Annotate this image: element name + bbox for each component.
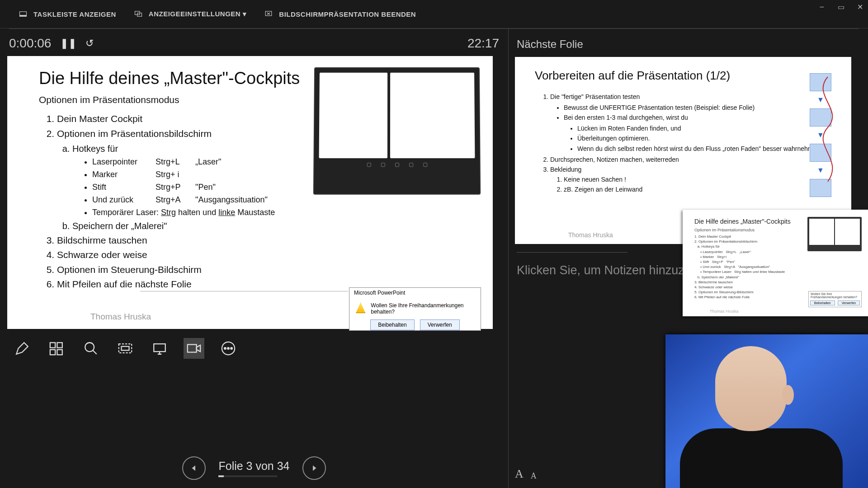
display-settings-icon xyxy=(134,10,142,18)
end-icon xyxy=(264,10,273,18)
hotkey-row: Temporärer Laser: Strg halten und linke … xyxy=(92,206,466,219)
next-item: Durchsprechen, Notizen machen, weiterred… xyxy=(550,155,831,164)
svg-rect-7 xyxy=(50,350,55,355)
dialog-message: Wollen Sie Ihre Freihandanmerkungen beha… xyxy=(371,302,474,315)
callout-line xyxy=(140,291,348,291)
next-subitem: Bei den ersten 1-3 mal durchgehen, wirst… xyxy=(564,113,831,153)
display-settings-label: ANZEIGEEINSTELLUNGEN ▾ xyxy=(149,10,247,18)
maximize-button[interactable]: ▭ xyxy=(836,3,845,11)
progress-bar[interactable] xyxy=(218,475,277,477)
font-decrease-button[interactable]: A xyxy=(531,471,537,481)
next-subitem: Keine neuen Sachen ! xyxy=(564,174,831,184)
svg-rect-1 xyxy=(20,15,27,16)
svg-point-15 xyxy=(224,347,226,349)
svg-point-9 xyxy=(85,343,94,352)
svg-point-16 xyxy=(227,347,229,349)
svg-rect-10 xyxy=(119,344,132,353)
inset-slide-thumb: Die Hilfe deines „Master"-Cockpits Optio… xyxy=(683,210,868,316)
inset-monitor xyxy=(807,217,862,251)
display-settings-button[interactable]: ANZEIGEEINSTELLUNGEN ▾ xyxy=(134,10,247,18)
camera-tool[interactable] xyxy=(184,338,204,359)
more-tool[interactable] xyxy=(218,338,239,359)
zoom-tool[interactable] xyxy=(80,338,101,359)
svg-point-17 xyxy=(231,347,232,349)
minimize-button[interactable]: – xyxy=(817,3,826,11)
subtitle-tool[interactable] xyxy=(115,338,136,359)
slide-subitem: Speichern der „Malerei" xyxy=(72,219,466,233)
next-item: Bekleidung Keine neuen Sachen ! zB. Zeig… xyxy=(550,164,831,194)
font-increase-button[interactable]: A xyxy=(515,467,524,481)
svg-rect-13 xyxy=(188,345,197,352)
slide-author: Thomas Hruska xyxy=(90,312,151,322)
monitor-image xyxy=(313,67,481,195)
hotkey-row: Und zurückStrg+A"Ausgangssituation" xyxy=(92,194,466,206)
svg-rect-8 xyxy=(57,350,62,355)
dialog-mock: Microsoft PowerPoint Wollen Sie Ihre Fre… xyxy=(349,287,481,331)
svg-rect-5 xyxy=(50,343,55,347)
pen-tool[interactable] xyxy=(12,338,33,359)
end-slideshow-button[interactable]: BILDSCHIRMPRÄSENTATION BEENDEN xyxy=(264,10,416,18)
slide-nav: Folie 3 von 34 xyxy=(0,456,508,480)
next-subitem: Lücken im Roten Fanden finden, und xyxy=(577,123,831,133)
prev-slide-button[interactable] xyxy=(182,456,206,480)
inset-keep: Beibehalten xyxy=(810,300,835,305)
close-button[interactable]: ✕ xyxy=(855,3,864,11)
next-subitem: zB. Zeigen an der Leinwand xyxy=(564,184,831,194)
flow-graphic: ▼ ▼ ▼ xyxy=(810,73,831,197)
next-author: Thomas Hruska xyxy=(568,231,613,239)
clock-time: 22:17 xyxy=(467,36,499,51)
slide-counter: Folie 3 von 34 xyxy=(218,460,289,473)
show-taskbar-button[interactable]: TASKLEISTE ANZEIGEN xyxy=(19,10,116,18)
warning-icon xyxy=(356,302,365,313)
taskbar-icon xyxy=(19,10,27,18)
divider xyxy=(517,252,627,253)
pause-button[interactable]: ❚❚ xyxy=(60,38,76,49)
dialog-discard-button: Verwerfen xyxy=(420,319,460,330)
reset-timer-button[interactable]: ↺ xyxy=(85,38,94,49)
svg-rect-11 xyxy=(122,347,129,351)
show-taskbar-label: TASKLEISTE ANZEIGEN xyxy=(33,10,116,18)
next-subitem: Wenn du dich selbst reden hörst wirst du… xyxy=(577,144,831,154)
next-subitem: Überleitungen optimieren. xyxy=(577,133,831,143)
svg-rect-12 xyxy=(154,344,165,352)
svg-rect-6 xyxy=(57,343,62,347)
top-toolbar: TASKLEISTE ANZEIGEN ANZEIGEEINSTELLUNGEN… xyxy=(0,0,868,28)
elapsed-time: 0:00:06 xyxy=(9,36,51,51)
next-subitem: Bewusst die UNFERTIGE Präsentation teste… xyxy=(564,103,831,113)
dialog-keep-button: Beibehalten xyxy=(370,319,414,330)
next-slide-button[interactable] xyxy=(302,456,326,480)
next-slide-heading: Nächste Folie xyxy=(517,38,862,51)
inset-author: Thomas Hruska xyxy=(710,309,739,314)
end-slideshow-label: BILDSCHIRMPRÄSENTATION BEENDEN xyxy=(279,10,416,18)
inset-dialog: Wollen Sie Ihre Freihandanmerkungen beha… xyxy=(808,291,862,307)
presenter-tools xyxy=(7,329,501,368)
inset-discard: Verwerfen xyxy=(838,300,860,305)
slide-item: Schwarze oder weise xyxy=(57,248,466,263)
see-all-slides[interactable] xyxy=(46,338,67,359)
blackout-tool[interactable] xyxy=(149,338,170,359)
next-title: Vorbereiten auf die Präsentation (1/2) xyxy=(535,69,831,83)
dialog-title: Microsoft PowerPoint xyxy=(349,288,481,298)
next-item: Die "fertige" Präsentation testen Bewuss… xyxy=(550,92,831,154)
webcam-feed[interactable] xyxy=(665,334,868,488)
slide-item: Bildschirme tauschen xyxy=(57,233,466,248)
current-slide[interactable]: Die Hilfe deines „Master"-Cockpits Optio… xyxy=(7,56,493,329)
slide-item: Optionen im Steuerung-Bildschirm xyxy=(57,263,466,277)
timer-bar: 0:00:06 ❚❚ ↺ 22:17 xyxy=(7,33,501,56)
